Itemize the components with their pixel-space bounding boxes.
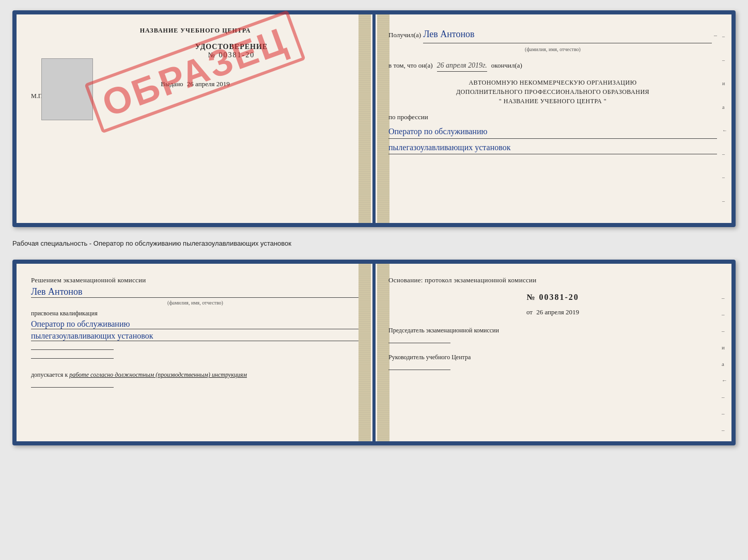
org-line3: " НАЗВАНИЕ УЧЕБНОГО ЦЕНТРА "	[388, 97, 717, 106]
fio-sub-bottom: (фамилия, имя, отчество)	[31, 300, 360, 306]
ot-date-line: от 26 апреля 2019	[388, 308, 717, 316]
side-dash-a: а	[722, 104, 727, 110]
cert-left-page: НАЗВАНИЕ УЧЕБНОГО ЦЕНТРА УДОСТОВЕРЕНИЕ №…	[17, 14, 374, 223]
side-dash-3: –	[722, 151, 727, 157]
bsc-3: –	[722, 328, 727, 334]
bsc-a: а	[722, 361, 727, 367]
udo-number: № 00381-20	[195, 51, 268, 59]
right-content: Получил(а) Лев Антонов – (фамилия, имя, …	[388, 27, 717, 154]
bottom-left-page: Решением экзаменационной комиссии Лев Ан…	[17, 264, 374, 441]
bottom-name: Лев Антонов	[31, 286, 360, 298]
page-wrapper: НАЗВАНИЕ УЧЕБНОГО ЦЕНТРА УДОСТОВЕРЕНИЕ №…	[12, 10, 736, 445]
dopuskaetsya-prefix: допускается к	[31, 371, 68, 378]
cert-right-page: Получил(а) Лев Антонов – (фамилия, имя, …	[374, 14, 731, 223]
bsc-5: –	[722, 410, 727, 417]
vydano-label: Выдано	[161, 80, 183, 88]
recipient-name: Лев Антонов	[423, 27, 712, 43]
poluchil-line: Получил(а) Лев Антонов –	[388, 27, 717, 43]
osnovanie-text: Основание: протокол экзаменационной коми…	[388, 276, 717, 284]
side-dash-5: –	[722, 198, 727, 204]
bsc-1: –	[722, 295, 727, 301]
org-line2: ДОПОЛНИТЕЛЬНОГО ПРОФЕССИОНАЛЬНОГО ОБРАЗО…	[388, 87, 717, 97]
top-certificate: НАЗВАНИЕ УЧЕБНОГО ЦЕНТРА УДОСТОВЕРЕНИЕ №…	[12, 10, 736, 227]
org-line1: АВТОНОМНУЮ НЕКОММЕРЧЕСКУЮ ОРГАНИЗАЦИЮ	[388, 78, 717, 87]
bsc-6: –	[722, 427, 727, 433]
side-dash-i: и	[722, 81, 727, 86]
vydano-date: 26 апреля 2019	[187, 80, 230, 88]
side-dash-1: –	[722, 34, 727, 39]
poluchil-label: Получил(а)	[388, 30, 421, 41]
side-dashes: – – и а ← – – –	[722, 14, 727, 223]
bottom-side-chars: – – – и а ← – – –	[722, 295, 727, 433]
middle-text: Рабочая специальность - Оператор по обсл…	[12, 235, 736, 251]
rukovoditel-label: Руководитель учебного Центра	[388, 354, 717, 361]
rukovoditel-sig-line	[388, 370, 450, 370]
dash-right: –	[714, 30, 717, 40]
ot-label: от	[526, 308, 533, 316]
predsedatel-sig-line	[388, 343, 450, 343]
udo-title: УДОСТОВЕРЕНИЕ	[195, 43, 268, 51]
completion-date: 26 апреля 2019г.	[437, 60, 487, 72]
udo-container: УДОСТОВЕРЕНИЕ № 00381-20	[31, 43, 360, 59]
profession-line1: Оператор по обслуживанию	[388, 125, 717, 139]
po-professii-label: по профессии	[388, 112, 717, 123]
signature-line-1	[31, 349, 114, 350]
bsc-arrow: ←	[722, 377, 727, 383]
signature-line-3	[31, 387, 114, 388]
cert-number-bottom: № 00381-20	[388, 293, 717, 302]
bottom-certificate: Решением экзаменационной комиссии Лев Ан…	[12, 260, 736, 445]
qual-line1: Оператор по обслуживанию	[31, 319, 360, 329]
bottom-right-page: Основание: протокол экзаменационной коми…	[374, 264, 731, 441]
profession-line2: пылегазоулавливающих установок	[388, 141, 717, 155]
okoncil-label: окончил(а)	[491, 60, 522, 71]
qual-line2: пылегазоулавливающих установок	[31, 331, 360, 341]
predsedatel-label: Председатель экзаменационной комиссии	[388, 327, 717, 334]
photo-placeholder	[41, 58, 93, 120]
side-dash-arrow: ←	[722, 127, 727, 133]
prisvoyena-label: присвоена квалификация	[31, 310, 360, 317]
org-block: АВТОНОМНУЮ НЕКОММЕРЧЕСКУЮ ОРГАНИЗАЦИЮ ДО…	[388, 78, 717, 106]
dopuskaetsya-block: допускается к работе согласно должностны…	[31, 371, 360, 379]
side-dash-2: –	[722, 57, 727, 63]
vtom-label: в том, что он(а)	[388, 60, 433, 71]
bsc-4: –	[722, 394, 727, 400]
ot-date-value: 26 апреля 2019	[536, 308, 579, 316]
side-dash-4: –	[722, 174, 727, 180]
fio-label-top: (фамилия, имя, отчество)	[388, 45, 717, 54]
signature-line-2	[31, 358, 114, 359]
resheniem-label: Решением экзаменационной комиссии	[31, 276, 360, 284]
bsc-i: и	[722, 344, 727, 350]
vtom-line: в том, что он(а) 26 апреля 2019г. окончи…	[388, 60, 717, 72]
bsc-2: –	[722, 311, 727, 317]
dopuskaetsya-text: работе согласно должностным (производств…	[69, 371, 247, 378]
cert-header: НАЗВАНИЕ УЧЕБНОГО ЦЕНТРА	[31, 27, 360, 35]
